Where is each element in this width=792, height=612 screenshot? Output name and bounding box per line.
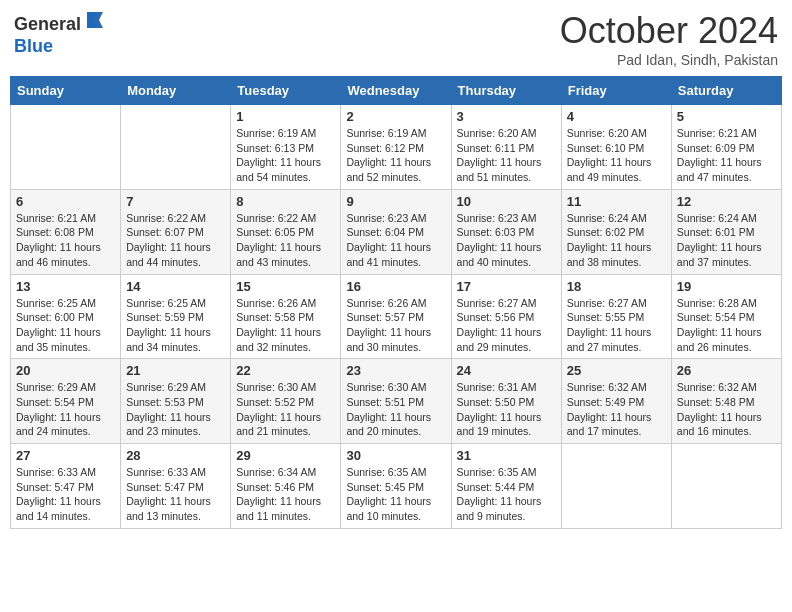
calendar-cell: 15Sunrise: 6:26 AMSunset: 5:58 PMDayligh…	[231, 274, 341, 359]
calendar-cell	[561, 444, 671, 529]
cell-info: Sunrise: 6:27 AMSunset: 5:56 PMDaylight:…	[457, 296, 556, 355]
calendar-week-row: 27Sunrise: 6:33 AMSunset: 5:47 PMDayligh…	[11, 444, 782, 529]
day-number: 27	[16, 448, 115, 463]
day-number: 29	[236, 448, 335, 463]
day-number: 10	[457, 194, 556, 209]
cell-info: Sunrise: 6:31 AMSunset: 5:50 PMDaylight:…	[457, 380, 556, 439]
calendar-cell: 9Sunrise: 6:23 AMSunset: 6:04 PMDaylight…	[341, 189, 451, 274]
calendar-cell: 2Sunrise: 6:19 AMSunset: 6:12 PMDaylight…	[341, 105, 451, 190]
month-title: October 2024	[560, 10, 778, 52]
cell-info: Sunrise: 6:29 AMSunset: 5:54 PMDaylight:…	[16, 380, 115, 439]
day-number: 15	[236, 279, 335, 294]
calendar-cell: 26Sunrise: 6:32 AMSunset: 5:48 PMDayligh…	[671, 359, 781, 444]
calendar-cell: 10Sunrise: 6:23 AMSunset: 6:03 PMDayligh…	[451, 189, 561, 274]
day-number: 17	[457, 279, 556, 294]
day-number: 1	[236, 109, 335, 124]
weekday-header: Saturday	[671, 77, 781, 105]
weekday-header: Wednesday	[341, 77, 451, 105]
calendar-cell: 3Sunrise: 6:20 AMSunset: 6:11 PMDaylight…	[451, 105, 561, 190]
calendar-cell: 11Sunrise: 6:24 AMSunset: 6:02 PMDayligh…	[561, 189, 671, 274]
day-number: 24	[457, 363, 556, 378]
calendar-cell: 29Sunrise: 6:34 AMSunset: 5:46 PMDayligh…	[231, 444, 341, 529]
day-number: 25	[567, 363, 666, 378]
day-number: 8	[236, 194, 335, 209]
day-number: 12	[677, 194, 776, 209]
title-block: October 2024 Pad Idan, Sindh, Pakistan	[560, 10, 778, 68]
calendar-cell: 21Sunrise: 6:29 AMSunset: 5:53 PMDayligh…	[121, 359, 231, 444]
calendar-cell: 4Sunrise: 6:20 AMSunset: 6:10 PMDaylight…	[561, 105, 671, 190]
day-number: 5	[677, 109, 776, 124]
day-number: 18	[567, 279, 666, 294]
day-number: 30	[346, 448, 445, 463]
cell-info: Sunrise: 6:24 AMSunset: 6:02 PMDaylight:…	[567, 211, 666, 270]
calendar-cell: 7Sunrise: 6:22 AMSunset: 6:07 PMDaylight…	[121, 189, 231, 274]
cell-info: Sunrise: 6:23 AMSunset: 6:03 PMDaylight:…	[457, 211, 556, 270]
location: Pad Idan, Sindh, Pakistan	[560, 52, 778, 68]
day-number: 26	[677, 363, 776, 378]
cell-info: Sunrise: 6:27 AMSunset: 5:55 PMDaylight:…	[567, 296, 666, 355]
cell-info: Sunrise: 6:34 AMSunset: 5:46 PMDaylight:…	[236, 465, 335, 524]
weekday-header: Monday	[121, 77, 231, 105]
calendar-cell: 13Sunrise: 6:25 AMSunset: 6:00 PMDayligh…	[11, 274, 121, 359]
day-number: 31	[457, 448, 556, 463]
cell-info: Sunrise: 6:32 AMSunset: 5:49 PMDaylight:…	[567, 380, 666, 439]
cell-info: Sunrise: 6:33 AMSunset: 5:47 PMDaylight:…	[16, 465, 115, 524]
calendar-cell: 16Sunrise: 6:26 AMSunset: 5:57 PMDayligh…	[341, 274, 451, 359]
cell-info: Sunrise: 6:19 AMSunset: 6:12 PMDaylight:…	[346, 126, 445, 185]
cell-info: Sunrise: 6:25 AMSunset: 6:00 PMDaylight:…	[16, 296, 115, 355]
calendar-cell: 12Sunrise: 6:24 AMSunset: 6:01 PMDayligh…	[671, 189, 781, 274]
cell-info: Sunrise: 6:26 AMSunset: 5:57 PMDaylight:…	[346, 296, 445, 355]
day-number: 23	[346, 363, 445, 378]
cell-info: Sunrise: 6:21 AMSunset: 6:08 PMDaylight:…	[16, 211, 115, 270]
calendar-week-row: 6Sunrise: 6:21 AMSunset: 6:08 PMDaylight…	[11, 189, 782, 274]
calendar-cell: 30Sunrise: 6:35 AMSunset: 5:45 PMDayligh…	[341, 444, 451, 529]
calendar-week-row: 13Sunrise: 6:25 AMSunset: 6:00 PMDayligh…	[11, 274, 782, 359]
cell-info: Sunrise: 6:22 AMSunset: 6:05 PMDaylight:…	[236, 211, 335, 270]
day-number: 28	[126, 448, 225, 463]
day-number: 13	[16, 279, 115, 294]
calendar-cell: 31Sunrise: 6:35 AMSunset: 5:44 PMDayligh…	[451, 444, 561, 529]
calendar-cell: 28Sunrise: 6:33 AMSunset: 5:47 PMDayligh…	[121, 444, 231, 529]
day-number: 4	[567, 109, 666, 124]
cell-info: Sunrise: 6:20 AMSunset: 6:11 PMDaylight:…	[457, 126, 556, 185]
calendar-week-row: 1Sunrise: 6:19 AMSunset: 6:13 PMDaylight…	[11, 105, 782, 190]
calendar-cell: 25Sunrise: 6:32 AMSunset: 5:49 PMDayligh…	[561, 359, 671, 444]
page-header: General Blue October 2024 Pad Idan, Sind…	[10, 10, 782, 68]
cell-info: Sunrise: 6:24 AMSunset: 6:01 PMDaylight:…	[677, 211, 776, 270]
cell-info: Sunrise: 6:25 AMSunset: 5:59 PMDaylight:…	[126, 296, 225, 355]
calendar-cell	[121, 105, 231, 190]
calendar-cell: 8Sunrise: 6:22 AMSunset: 6:05 PMDaylight…	[231, 189, 341, 274]
cell-info: Sunrise: 6:35 AMSunset: 5:45 PMDaylight:…	[346, 465, 445, 524]
cell-info: Sunrise: 6:23 AMSunset: 6:04 PMDaylight:…	[346, 211, 445, 270]
weekday-header: Thursday	[451, 77, 561, 105]
cell-info: Sunrise: 6:33 AMSunset: 5:47 PMDaylight:…	[126, 465, 225, 524]
calendar-cell: 19Sunrise: 6:28 AMSunset: 5:54 PMDayligh…	[671, 274, 781, 359]
day-number: 19	[677, 279, 776, 294]
calendar-cell: 1Sunrise: 6:19 AMSunset: 6:13 PMDaylight…	[231, 105, 341, 190]
calendar-cell: 6Sunrise: 6:21 AMSunset: 6:08 PMDaylight…	[11, 189, 121, 274]
cell-info: Sunrise: 6:32 AMSunset: 5:48 PMDaylight:…	[677, 380, 776, 439]
day-number: 16	[346, 279, 445, 294]
calendar-week-row: 20Sunrise: 6:29 AMSunset: 5:54 PMDayligh…	[11, 359, 782, 444]
calendar-cell: 5Sunrise: 6:21 AMSunset: 6:09 PMDaylight…	[671, 105, 781, 190]
calendar-cell: 17Sunrise: 6:27 AMSunset: 5:56 PMDayligh…	[451, 274, 561, 359]
cell-info: Sunrise: 6:21 AMSunset: 6:09 PMDaylight:…	[677, 126, 776, 185]
logo-general: General	[14, 14, 81, 34]
cell-info: Sunrise: 6:30 AMSunset: 5:51 PMDaylight:…	[346, 380, 445, 439]
weekday-header-row: SundayMondayTuesdayWednesdayThursdayFrid…	[11, 77, 782, 105]
day-number: 6	[16, 194, 115, 209]
day-number: 9	[346, 194, 445, 209]
calendar-cell	[11, 105, 121, 190]
calendar-cell: 22Sunrise: 6:30 AMSunset: 5:52 PMDayligh…	[231, 359, 341, 444]
weekday-header: Tuesday	[231, 77, 341, 105]
calendar-cell: 23Sunrise: 6:30 AMSunset: 5:51 PMDayligh…	[341, 359, 451, 444]
cell-info: Sunrise: 6:26 AMSunset: 5:58 PMDaylight:…	[236, 296, 335, 355]
calendar-cell: 14Sunrise: 6:25 AMSunset: 5:59 PMDayligh…	[121, 274, 231, 359]
weekday-header: Friday	[561, 77, 671, 105]
day-number: 7	[126, 194, 225, 209]
day-number: 20	[16, 363, 115, 378]
weekday-header: Sunday	[11, 77, 121, 105]
calendar-cell: 27Sunrise: 6:33 AMSunset: 5:47 PMDayligh…	[11, 444, 121, 529]
calendar-cell: 24Sunrise: 6:31 AMSunset: 5:50 PMDayligh…	[451, 359, 561, 444]
day-number: 11	[567, 194, 666, 209]
